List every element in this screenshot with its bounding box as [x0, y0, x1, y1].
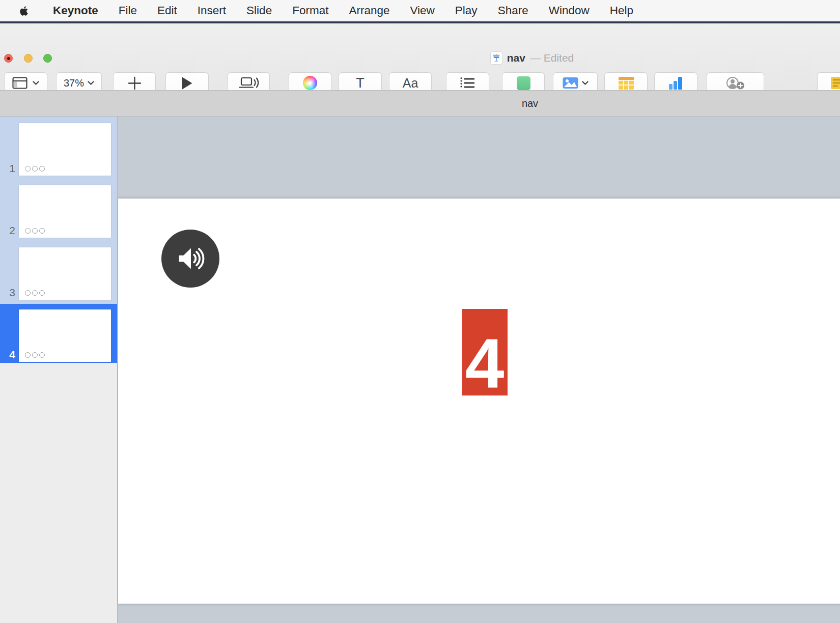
menu-item-arrange[interactable]: Arrange: [349, 4, 389, 17]
menu-item-edit[interactable]: Edit: [157, 4, 177, 17]
chevron-down-icon: [88, 81, 94, 86]
table-grid-icon: [619, 77, 634, 90]
slide-row-2[interactable]: 2: [0, 181, 117, 243]
plus-icon: [128, 76, 142, 90]
menu-item-insert[interactable]: Insert: [198, 4, 226, 17]
menu-item-format[interactable]: Format: [292, 4, 328, 17]
slide-editing-surface[interactable]: 4: [118, 199, 840, 604]
menu-item-window[interactable]: Window: [549, 4, 590, 17]
slide-thumbnail-3[interactable]: [19, 247, 111, 300]
slide-row-1[interactable]: 1: [0, 117, 117, 181]
nav-dots-icon: [25, 228, 45, 234]
menu-item-help[interactable]: Help: [610, 4, 633, 17]
menu-item-share[interactable]: Share: [498, 4, 528, 17]
slide-thumbnail-2[interactable]: [19, 185, 111, 238]
color-wheel-icon: [303, 76, 317, 90]
fonts-Aa-icon: Aa: [403, 76, 418, 91]
green-square-shape-icon: [517, 76, 530, 90]
bar-chart-icon: [669, 77, 683, 90]
window-tab-bar[interactable]: nav: [0, 90, 840, 117]
fullscreen-button[interactable]: [43, 54, 52, 63]
chevron-down-icon: [582, 81, 589, 86]
window-title: nav — Edited: [468, 50, 596, 66]
menu-item-keynote[interactable]: Keynote: [53, 4, 98, 17]
slide-number-marker[interactable]: 4: [462, 309, 508, 395]
nav-dots-icon: [25, 352, 45, 358]
minimize-button[interactable]: [24, 54, 33, 63]
view-panels-icon: [12, 77, 29, 90]
nav-dots-icon: [25, 290, 45, 296]
slide-number: 3: [0, 287, 15, 299]
close-button[interactable]: [4, 54, 13, 63]
speaker-icon: [175, 243, 206, 274]
menu-item-view[interactable]: View: [410, 4, 434, 17]
keynote-live-icon: [239, 77, 259, 90]
menu-bar: Keynote File Edit Insert Slide Format Ar…: [0, 0, 840, 21]
keynote-document-icon: [490, 51, 502, 65]
close-button-unsaved-dot: [7, 57, 10, 60]
slide-row-3[interactable]: 3: [0, 243, 117, 304]
nav-dots-icon: [25, 166, 45, 172]
menu-item-file[interactable]: File: [119, 4, 137, 17]
tab-title[interactable]: nav: [496, 98, 564, 109]
text-T-icon: T: [356, 75, 365, 91]
slide-number: 2: [0, 224, 15, 237]
document-title: nav: [507, 52, 525, 64]
marker-number-text: 4: [465, 333, 505, 395]
chevron-down-icon: [33, 81, 39, 86]
slide-number: 1: [0, 162, 15, 175]
slide-row-4-selected[interactable]: 4: [0, 304, 117, 363]
menu-item-slide[interactable]: Slide: [246, 4, 272, 17]
slide-number: 4: [0, 349, 15, 361]
audio-speaker-object[interactable]: [161, 230, 219, 288]
slide-canvas-area: 4: [118, 117, 840, 623]
zoom-value: 37%: [64, 77, 84, 89]
apple-menu-icon[interactable]: [19, 6, 29, 16]
document-edited-status: — Edited: [530, 52, 574, 64]
slide-navigator: 1 2 3 4: [0, 117, 118, 623]
play-icon: [182, 77, 192, 90]
comment-note-icon: [831, 77, 840, 89]
slide-thumbnail-4[interactable]: [19, 309, 111, 362]
media-photo-icon: [563, 77, 578, 89]
slide-thumbnail-1[interactable]: [19, 123, 111, 176]
menu-item-play[interactable]: Play: [455, 4, 478, 17]
object-list-icon: [460, 77, 475, 90]
collaborate-person-icon: [726, 76, 745, 90]
window-header: nav — Edited View 37% Zoom: [0, 23, 840, 90]
